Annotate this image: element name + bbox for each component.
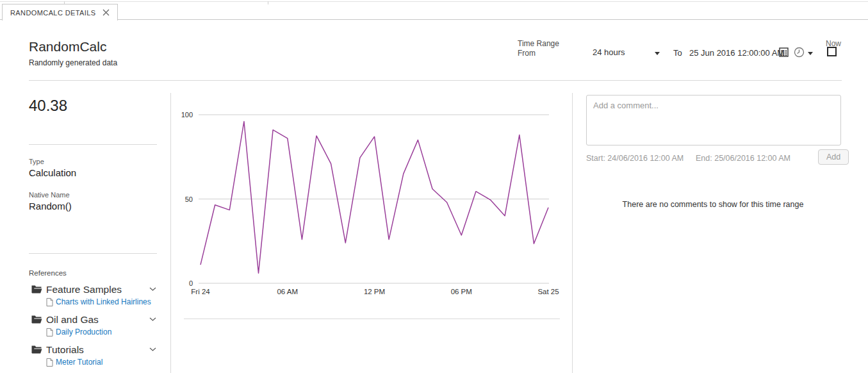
reference-link-daily-production[interactable]: Daily Production [56,327,111,336]
comment-end-label: End: 25/06/2016 12:00 AM [696,154,790,163]
left-column-divider [170,93,171,373]
clock-icon[interactable] [794,47,805,58]
x-axis-tick-label: Sat 25 [537,288,559,295]
tabbar-bottom-border [0,19,868,20]
header-divider [29,80,842,81]
chevron-down-icon[interactable] [808,52,813,55]
references-label: References [29,269,67,277]
reference-folder-oil-and-gas[interactable]: Oil and Gas [46,314,99,326]
divider [29,253,157,254]
x-axis-tick-label: 06 AM [277,288,298,295]
folder-icon [31,345,42,354]
type-value: Calculation [29,167,76,178]
native-name-label: Native Name [29,191,70,199]
trend-chart[interactable]: 050100Fri 2406 AM12 PM06 PMSat 25 [179,90,564,308]
time-range-to-label: To [673,48,682,58]
type-label: Type [29,158,44,165]
end-time-value[interactable]: 25 Jun 2016 12:00:00 AM [689,48,784,58]
time-range-from-label: From [518,49,536,58]
reference-folder-tutorials[interactable]: Tutorials [46,344,84,356]
close-icon[interactable] [102,9,110,16]
tab-title: RANDOMCALC DETAILS [10,9,96,17]
x-axis-tick-label: 06 PM [451,288,472,295]
chevron-down-icon[interactable] [655,52,660,55]
comment-start-label: Start: 24/06/2016 12:00 AM [586,154,684,163]
comments-empty-message: There are no comments to show for this t… [572,200,854,209]
randomcalc-details-page: RANDOMCALC DETAILS RandomCalc Randomly g… [0,0,868,373]
reference-link-meter-tutorial[interactable]: Meter Tutorial [56,358,102,367]
reference-link-charts-with-linked-hairlines[interactable]: Charts with Linked Hairlines [56,297,151,306]
calendar-icon[interactable] [779,47,789,57]
now-checkbox[interactable] [827,47,837,56]
trend-line [201,122,548,274]
document-icon [46,298,53,306]
current-value: 40.38 [29,97,67,115]
y-axis-tick-label: 0 [189,279,193,287]
chevron-down-icon[interactable] [149,287,156,291]
native-name-value: Random() [29,201,72,211]
chevron-down-icon[interactable] [149,347,156,351]
chart-bottom-divider [184,319,560,319]
folder-icon [31,285,42,294]
x-axis-tick-label: 12 PM [364,288,385,295]
document-icon [46,358,53,367]
right-column-divider [572,93,573,373]
page-subtitle: Randomly generated data [29,58,117,67]
top-tick [268,1,268,4]
comment-input[interactable] [586,95,841,145]
duration-dropdown[interactable]: 24 hours [593,47,625,57]
tab-randomcalc-details[interactable]: RANDOMCALC DETAILS [2,4,118,21]
y-axis-tick-label: 100 [181,111,193,119]
chevron-down-icon[interactable] [149,317,156,321]
x-axis-tick-label: Fri 24 [191,288,210,295]
time-range-label: Time Range [518,39,559,48]
folder-icon [31,315,42,324]
reference-folder-feature-samples[interactable]: Feature Samples [46,284,122,295]
top-hairline [0,1,868,2]
page-title: RandomCalc [29,39,106,54]
y-axis-tick-label: 50 [185,195,193,203]
add-comment-button[interactable]: Add [818,149,849,165]
document-icon [46,328,53,336]
divider [29,144,157,145]
